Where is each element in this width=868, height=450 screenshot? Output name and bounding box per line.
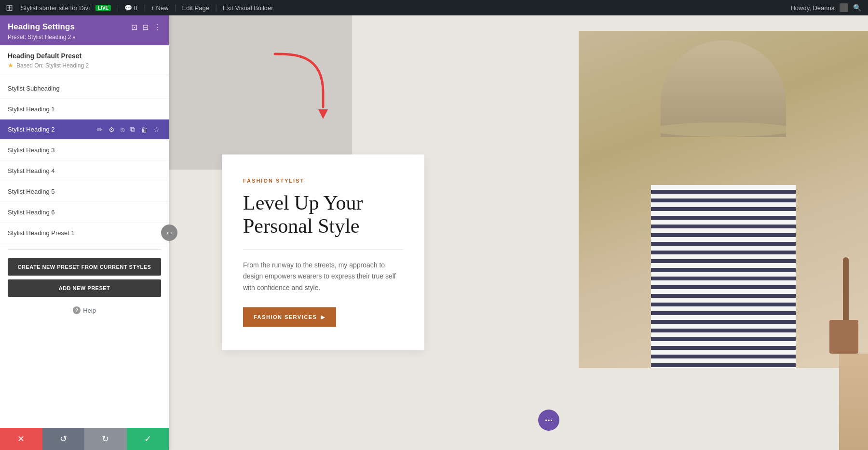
preset-item-heading1[interactable]: Stylist Heading 1 ⋮ xyxy=(0,99,169,119)
wordpress-logo-icon: ⊞ xyxy=(6,2,13,13)
main-layout: Heading Settings ⊡ ⊟ ⋮ Preset: Stylist H… xyxy=(0,0,868,450)
based-on-row: ★ Based On: Stylist Heading 2 xyxy=(8,62,161,69)
search-icon[interactable]: 🔍 xyxy=(853,4,861,12)
preset-label-text: Preset: Stylist Heading 2 xyxy=(8,34,71,40)
expand-icon[interactable]: ⊡ xyxy=(131,23,137,32)
comment-icon: 💬 xyxy=(124,4,132,12)
separator: | xyxy=(215,3,217,12)
panel-header: Heading Settings ⊡ ⊟ ⋮ Preset: Stylist H… xyxy=(0,15,169,45)
panel-buttons: CREATE NEW PRESET FROM CURRENT STYLES AD… xyxy=(0,252,169,303)
hero-image xyxy=(579,31,868,368)
duplicate-icon[interactable]: ⧉ xyxy=(129,124,136,134)
preset-label[interactable]: Preset: Stylist Heading 2 ▾ xyxy=(8,34,161,40)
preset-item-name: Stylist Heading 5 xyxy=(8,188,152,195)
more-options-icon[interactable]: ⋮ xyxy=(153,23,161,32)
preset-item-heading-preset1[interactable]: Stylist Heading Preset 1 ⋮ xyxy=(0,223,169,243)
left-panel: Heading Settings ⊡ ⊟ ⋮ Preset: Stylist H… xyxy=(0,15,169,450)
preset-item-heading6[interactable]: Stylist Heading 6 ⋮ xyxy=(0,202,169,223)
comment-count[interactable]: 💬 0 xyxy=(124,4,137,12)
redo-icon: ↻ xyxy=(102,434,109,444)
panel-title: Heading Settings xyxy=(8,22,75,32)
card-divider xyxy=(243,249,403,250)
heading-default-title: Heading Default Preset xyxy=(8,52,161,60)
admin-bar-right: Howdy, Deanna 🔍 xyxy=(784,3,868,12)
live-badge: Live xyxy=(95,5,111,11)
preset-item-heading2[interactable]: Stylist Heading 2 ✏ ⚙ ⎋ ⧉ 🗑 ☆ xyxy=(0,119,169,140)
preset-item-subheading[interactable]: Stylist Subheading ⋮ xyxy=(0,78,169,99)
bottom-toolbar: ✕ ↺ ↻ ✓ xyxy=(0,428,169,450)
dots-icon: ··· xyxy=(545,415,553,426)
panel-header-top: Heading Settings ⊡ ⊟ ⋮ xyxy=(8,22,161,32)
preset-item-heading4[interactable]: Stylist Heading 4 ⋮ xyxy=(0,160,169,181)
preset-item-name: Stylist Heading 2 xyxy=(8,126,95,133)
card-body: From the runway to the streets, my appro… xyxy=(243,259,403,293)
purple-options-button[interactable]: ··· xyxy=(538,410,559,431)
preset-item-name: Stylist Heading Preset 1 xyxy=(8,229,152,237)
preset-item-name: Stylist Heading 1 xyxy=(8,106,152,113)
columns-icon[interactable]: ⊟ xyxy=(142,23,149,32)
preset-item-name: Stylist Heading 3 xyxy=(8,146,152,154)
preset-item-name: Stylist Subheading xyxy=(8,85,152,92)
right-edge-decoration xyxy=(839,354,868,450)
separator: | xyxy=(143,3,145,12)
admin-bar-left: ⊞ Stylist starter site for Divi Live | 💬… xyxy=(0,2,784,13)
preset-item-name: Stylist Heading 4 xyxy=(8,167,152,174)
heading-default-section: Heading Default Preset ★ Based On: Styli… xyxy=(0,45,169,75)
user-avatar xyxy=(840,3,848,12)
preset-list: Stylist Subheading ⋮ Stylist Heading 1 ⋮… xyxy=(0,75,169,246)
delete-icon[interactable]: 🗑 xyxy=(139,125,149,134)
save-button[interactable]: ✓ xyxy=(127,428,169,450)
cta-label: FASHION SERVICES xyxy=(254,314,317,320)
hero-image-inner xyxy=(579,31,868,368)
add-new-preset-button[interactable]: ADD NEW PRESET xyxy=(8,279,161,297)
chevron-down-icon: ▾ xyxy=(73,35,75,40)
preset-item-actions: ✏ ⚙ ⎋ ⧉ 🗑 ☆ xyxy=(95,124,161,134)
divider xyxy=(8,249,161,250)
help-label: Help xyxy=(83,307,96,314)
star-icon[interactable]: ☆ xyxy=(152,125,161,134)
undo-icon: ↺ xyxy=(60,434,67,444)
panel-help: ? Help xyxy=(0,303,169,321)
close-icon: ✕ xyxy=(17,434,25,444)
link-icon[interactable]: ⎋ xyxy=(119,125,126,134)
preset-item-heading3[interactable]: Stylist Heading 3 ⋮ xyxy=(0,140,169,160)
save-icon: ✓ xyxy=(144,434,151,444)
help-link[interactable]: ? Help xyxy=(73,306,96,314)
redo-button[interactable]: ↻ xyxy=(84,428,127,450)
hero-card: FASHION STYLIST Level Up Your Personal S… xyxy=(222,155,424,350)
edit-icon[interactable]: ✏ xyxy=(95,125,104,134)
panel-header-icons: ⊡ ⊟ ⋮ xyxy=(131,23,161,32)
gray-decorative-box xyxy=(169,15,352,170)
panel-content: Heading Default Preset ★ Based On: Styli… xyxy=(0,45,169,450)
site-name: Stylist starter site for Divi xyxy=(21,4,90,12)
preset-item-heading5[interactable]: Stylist Heading 5 ⋮ xyxy=(0,181,169,202)
separator: | xyxy=(174,3,176,12)
preset-item-name: Stylist Heading 6 xyxy=(8,209,152,216)
arrow-icon: ▶ xyxy=(321,314,326,320)
new-button[interactable]: + New xyxy=(151,4,169,12)
resize-handle[interactable]: ↔ xyxy=(161,225,177,241)
admin-bar: ⊞ Stylist starter site for Divi Live | 💬… xyxy=(0,0,868,15)
right-content: FASHION STYLIST Level Up Your Personal S… xyxy=(169,15,868,450)
based-on-text: Based On: Stylist Heading 2 xyxy=(16,62,89,69)
page-background: FASHION STYLIST Level Up Your Personal S… xyxy=(169,15,868,450)
help-icon: ? xyxy=(73,306,81,314)
card-headline: Level Up Your Personal Style xyxy=(243,191,403,238)
howdy-text: Howdy, Deanna xyxy=(790,4,835,12)
separator: | xyxy=(117,3,119,12)
card-tag: FASHION STYLIST xyxy=(243,178,403,184)
settings-icon[interactable]: ⚙ xyxy=(107,125,116,134)
cta-button[interactable]: FASHION SERVICES ▶ xyxy=(243,307,336,327)
create-preset-button[interactable]: CREATE NEW PRESET FROM CURRENT STYLES xyxy=(8,258,161,276)
undo-button[interactable]: ↺ xyxy=(42,428,85,450)
star-icon: ★ xyxy=(8,62,14,69)
exit-visual-builder-button[interactable]: Exit Visual Builder xyxy=(223,4,273,12)
close-button[interactable]: ✕ xyxy=(0,428,42,450)
edit-page-button[interactable]: Edit Page xyxy=(182,4,209,12)
plus-icon: + xyxy=(151,4,155,12)
